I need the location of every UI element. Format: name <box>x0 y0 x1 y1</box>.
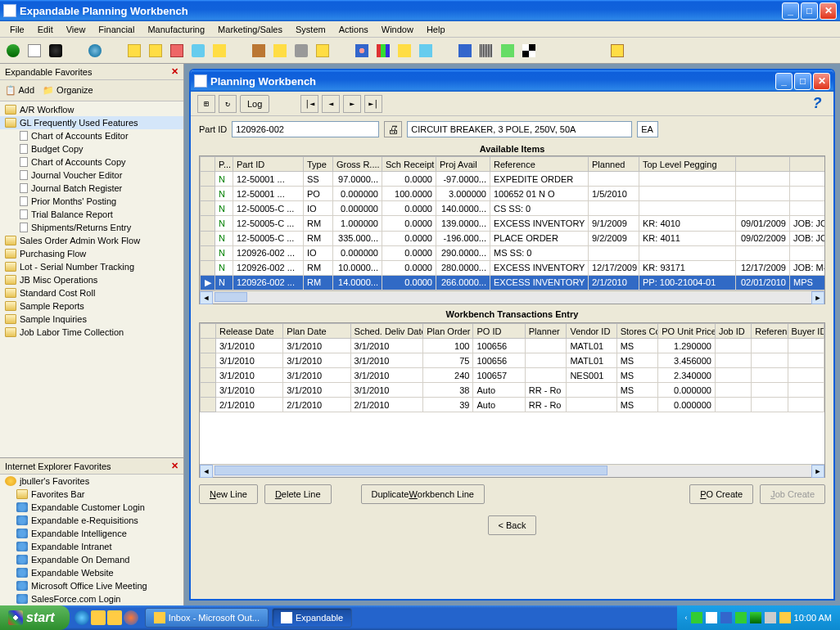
menu-file[interactable]: File <box>3 23 31 36</box>
grid2-row[interactable]: 3/1/20103/1/20103/1/201075100656MATL01MS… <box>201 353 824 368</box>
toolbar-btn-8[interactable] <box>210 41 229 61</box>
sidebar-item[interactable]: Shipments/Returns Entry <box>0 221 183 234</box>
ql-icon-3[interactable] <box>107 610 122 625</box>
close-button[interactable]: ✕ <box>820 2 837 20</box>
ie-item[interactable]: Expandable On Demand <box>0 553 183 566</box>
ie-favorites-close-icon[interactable]: ✕ <box>171 461 178 471</box>
favorites-close-icon[interactable]: ✕ <box>171 66 178 77</box>
menu-edit[interactable]: Edit <box>31 23 60 36</box>
child-close-button[interactable]: ✕ <box>813 73 830 90</box>
ie-favorites-tree[interactable]: jbuller's FavoritesFavorites BarExpandab… <box>0 475 183 605</box>
menu-manufacturing[interactable]: Manufacturing <box>141 23 211 36</box>
part-lookup-button[interactable]: 🖨 <box>384 121 402 137</box>
part-id-input[interactable] <box>232 121 379 137</box>
back-button[interactable]: < Back <box>488 515 537 535</box>
part-desc-input[interactable] <box>407 121 632 137</box>
organize-button[interactable]: 📁 Organize <box>43 85 93 96</box>
sidebar-item[interactable]: Prior Months' Posting <box>0 195 183 208</box>
nav-last-button[interactable]: ►| <box>364 95 382 113</box>
ie-item[interactable]: Expandable Intranet <box>0 540 183 553</box>
child-minimize-button[interactable]: _ <box>775 73 793 90</box>
grid2-row[interactable]: 2/1/20102/1/20102/1/201039AutoRR - RoMS0… <box>201 398 824 412</box>
nav-first-button[interactable]: |◄ <box>300 95 318 113</box>
toolbar-btn-7[interactable] <box>188 41 208 61</box>
system-tray[interactable]: ‹ 10:00 AM <box>677 605 840 630</box>
toolbar-flag-icon[interactable] <box>519 41 539 61</box>
sidebar-item[interactable]: Trial Balance Report <box>0 208 183 221</box>
task-outlook[interactable]: Inbox - Microsoft Out... <box>145 608 269 628</box>
ie-item[interactable]: Favorites Bar <box>0 488 183 501</box>
sidebar-item[interactable]: Journal Voucher Editor <box>0 169 183 182</box>
sidebar-item[interactable]: Chart of Accounts Editor <box>0 129 183 142</box>
toolbar-btn-17[interactable] <box>607 41 627 61</box>
duplicate-line-button[interactable]: Duplicate Workbench Line <box>361 484 485 504</box>
toolbar-globe-icon[interactable] <box>85 41 105 61</box>
menu-window[interactable]: Window <box>375 23 420 36</box>
task-expandable[interactable]: Expandable <box>272 608 352 628</box>
toolbar-btn-4[interactable] <box>124 41 144 61</box>
transactions-grid[interactable]: Release DatePlan DateSched. Deliv DatePl… <box>199 322 825 478</box>
grid1-row[interactable]: N12-50001 ...PO0.000000100.00003.0000001… <box>201 187 825 201</box>
sidebar-item[interactable]: Journal Batch Register <box>0 182 183 195</box>
sidebar-item[interactable]: Sales Order Admin Work Flow <box>0 234 183 247</box>
po-create-button[interactable]: PO Create <box>689 484 753 504</box>
menu-view[interactable]: View <box>60 23 93 36</box>
toolbar-btn-16[interactable] <box>498 41 517 61</box>
sidebar-item[interactable]: JB Misc Operations <box>0 273 183 286</box>
ql-firefox-icon[interactable] <box>124 610 138 625</box>
refresh-button[interactable]: ↻ <box>219 95 237 113</box>
sidebar-item[interactable]: Job Labor Time Collection <box>0 326 183 339</box>
menu-system[interactable]: System <box>289 23 332 36</box>
grid1-row[interactable]: N120926-002 ...RM10.0000...0.0000280.000… <box>201 260 825 275</box>
toolbar-btn-3[interactable] <box>46 41 65 61</box>
sidebar-item[interactable]: Chart of Accounts Copy <box>0 155 183 169</box>
sidebar-item[interactable]: Standard Cost Roll <box>0 286 183 299</box>
start-button[interactable]: start <box>0 605 70 630</box>
sidebar-item[interactable]: Budget Copy <box>0 142 183 155</box>
delete-line-button[interactable]: Delete Line <box>264 484 332 504</box>
sidebar-item[interactable]: A/R Workflow <box>0 103 183 116</box>
ie-root[interactable]: jbuller's Favorites <box>0 475 183 488</box>
hierarchy-button[interactable]: ⊞ <box>197 95 215 113</box>
ie-item[interactable]: Microsoft Office Live Meeting <box>0 579 183 592</box>
uom-input[interactable] <box>637 121 658 137</box>
ql-outlook-icon[interactable] <box>91 610 106 625</box>
grid2-hscroll[interactable]: ◄► <box>200 464 824 477</box>
toolbar-barcode-icon[interactable] <box>476 41 496 61</box>
minimize-button[interactable]: _ <box>782 2 799 20</box>
menu-help[interactable]: Help <box>420 23 452 36</box>
toolbar-btn-2[interactable] <box>25 41 44 61</box>
menu-marketing[interactable]: Marketing/Sales <box>211 23 289 36</box>
grid1-row[interactable]: N12-50001 ...SS97.0000...0.0000-97.0000.… <box>201 172 825 187</box>
toolbar-person-icon[interactable] <box>352 41 372 61</box>
maximize-button[interactable]: □ <box>801 2 818 20</box>
log-button[interactable]: Log <box>240 95 269 113</box>
ie-item[interactable]: SalesForce.com Login <box>0 592 183 605</box>
ql-ie-icon[interactable] <box>75 610 89 625</box>
menu-actions[interactable]: Actions <box>332 23 375 36</box>
add-favorite-button[interactable]: 📋 Add <box>5 85 34 96</box>
grid2-row[interactable]: 3/1/20103/1/20103/1/201038AutoRR - RoMS0… <box>201 383 824 398</box>
grid1-hscroll[interactable]: ◄► <box>200 290 824 304</box>
ie-item[interactable]: Expandable Website <box>0 566 183 579</box>
toolbar-btn-12[interactable] <box>313 41 332 61</box>
available-items-grid[interactable]: P...Part IDTypeGross R....Sch ReceiptPro… <box>199 155 825 304</box>
grid2-row[interactable]: 3/1/20103/1/20103/1/2010100100656MATL01M… <box>201 339 824 353</box>
sidebar-item[interactable]: Lot - Serial Number Tracking <box>0 260 183 273</box>
toolbar-btn-6[interactable] <box>167 41 187 61</box>
grid1-row[interactable]: N120926-002 ...IO0.0000000.0000290.0000.… <box>201 245 825 260</box>
sidebar-item[interactable]: GL Frequently Used Features <box>0 116 183 129</box>
sidebar-item[interactable]: Purchasing Flow <box>0 247 183 260</box>
menu-financial[interactable]: Financial <box>92 23 141 36</box>
ie-item[interactable]: Expandable Intelligence <box>0 527 183 540</box>
ie-item[interactable]: Expandable e-Requisitions <box>0 514 183 527</box>
new-line-button[interactable]: NNew Lineew Line <box>199 484 258 504</box>
grid1-row[interactable]: ▶N120926-002 ...RM14.0000...0.0000266.00… <box>201 275 825 290</box>
child-maximize-button[interactable]: □ <box>794 73 811 90</box>
toolbar-btn-14[interactable] <box>416 41 436 61</box>
toolbar-btn-9[interactable] <box>249 41 269 61</box>
nav-next-button[interactable]: ► <box>343 95 361 113</box>
toolbar-btn-5[interactable] <box>146 41 165 61</box>
job-create-button[interactable]: Job Create <box>760 484 825 504</box>
toolbar-btn-10[interactable] <box>270 41 290 61</box>
